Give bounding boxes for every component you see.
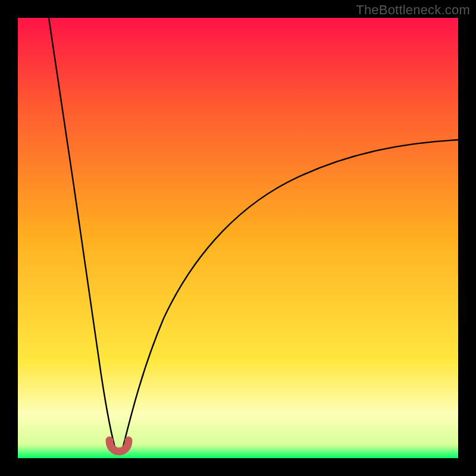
- watermark-text: TheBottleneck.com: [356, 2, 470, 18]
- gradient-background: [18, 18, 458, 458]
- chart-frame: TheBottleneck.com: [0, 0, 476, 476]
- chart-svg: [18, 18, 458, 458]
- plot-area: [18, 18, 458, 458]
